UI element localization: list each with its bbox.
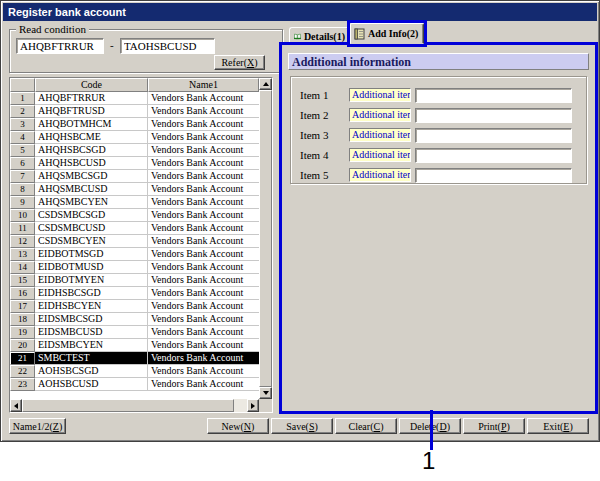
exit-button[interactable]: Exit(E) [527, 418, 589, 434]
table-row[interactable]: 1AHQBFTRRURVendors Bank Account [10, 92, 259, 105]
item-tag-button[interactable]: Additional item2 [349, 108, 411, 122]
row-number-cell[interactable]: 18 [10, 313, 35, 326]
code-cell[interactable]: CSDSMBCUSD [35, 222, 148, 235]
code-cell[interactable]: CSDSMBCSGD [35, 209, 148, 222]
name-cell[interactable]: Vendors Bank Account [148, 170, 259, 183]
code-cell[interactable]: AHQBFTRUSD [35, 105, 148, 118]
read-condition-from-input[interactable] [16, 38, 104, 54]
name-cell[interactable]: Vendors Bank Account [148, 261, 259, 274]
row-number-cell[interactable]: 20 [10, 339, 35, 352]
row-number-cell[interactable]: 17 [10, 300, 35, 313]
code-cell[interactable]: AHQHSBCSGD [35, 144, 148, 157]
item-input-1[interactable] [415, 88, 572, 103]
table-row[interactable]: 21SMBCTESTVendors Bank Account [10, 352, 259, 365]
table-row[interactable]: 23AOHSBCUSDVendors Bank Account [10, 378, 259, 391]
name12-button[interactable]: Name1/2(Z) [9, 418, 66, 434]
name-cell[interactable]: Vendors Bank Account [148, 196, 259, 209]
row-number-cell[interactable]: 16 [10, 287, 35, 300]
name-cell[interactable]: Vendors Bank Account [148, 248, 259, 261]
row-number-cell[interactable]: 22 [10, 365, 35, 378]
name-cell[interactable]: Vendors Bank Account [148, 105, 259, 118]
table-row[interactable]: 15EIDBOTMYENVendors Bank Account [10, 274, 259, 287]
scroll-left-button[interactable] [10, 399, 22, 412]
read-condition-to-input[interactable] [120, 38, 215, 54]
clear-button[interactable]: Clear(C) [335, 418, 397, 434]
code-cell[interactable]: EIDSMBCYEN [35, 339, 148, 352]
item-input-5[interactable] [415, 168, 572, 183]
name-cell[interactable]: Vendors Bank Account [148, 131, 259, 144]
table-row[interactable]: 2AHQBFTRUSDVendors Bank Account [10, 105, 259, 118]
table-row[interactable]: 14EIDBOTMUSDVendors Bank Account [10, 261, 259, 274]
name-cell[interactable]: Vendors Bank Account [148, 183, 259, 196]
row-number-cell[interactable]: 2 [10, 105, 35, 118]
vertical-scrollbar-thumb[interactable] [259, 90, 272, 387]
code-cell[interactable]: CSDSMBCYEN [35, 235, 148, 248]
code-cell[interactable]: EIDSMBCSGD [35, 313, 148, 326]
row-number-cell[interactable]: 12 [10, 235, 35, 248]
code-cell[interactable]: EIDBOTMYEN [35, 274, 148, 287]
item-tag-button[interactable]: Additional item3 [349, 128, 411, 142]
table-row[interactable]: 10CSDSMBCSGDVendors Bank Account [10, 209, 259, 222]
row-number-cell[interactable]: 11 [10, 222, 35, 235]
item-input-3[interactable] [415, 128, 572, 143]
table-row[interactable]: 4AHQHSBCMEVendors Bank Account [10, 131, 259, 144]
name-cell[interactable]: Vendors Bank Account [148, 209, 259, 222]
name-cell[interactable]: Vendors Bank Account [148, 92, 259, 105]
name-cell[interactable]: Vendors Bank Account [148, 352, 259, 365]
item-tag-button[interactable]: Additional item1 [349, 88, 411, 102]
code-cell[interactable]: EIDBOTMUSD [35, 261, 148, 274]
name-cell[interactable]: Vendors Bank Account [148, 300, 259, 313]
table-row[interactable]: 20EIDSMBCYENVendors Bank Account [10, 339, 259, 352]
name-cell[interactable]: Vendors Bank Account [148, 274, 259, 287]
code-cell[interactable]: AHQHSBCUSD [35, 157, 148, 170]
name-cell[interactable]: Vendors Bank Account [148, 157, 259, 170]
row-number-cell[interactable]: 1 [10, 92, 35, 105]
code-cell[interactable]: AHQBFTRRUR [35, 92, 148, 105]
item-tag-button[interactable]: Additional item5 [349, 168, 411, 182]
row-number-cell[interactable]: 10 [10, 209, 35, 222]
row-number-cell[interactable]: 6 [10, 157, 35, 170]
row-number-cell[interactable]: 14 [10, 261, 35, 274]
tab-add-info[interactable]: Add Info(2) [350, 23, 424, 44]
table-row[interactable]: 11CSDSMBCUSDVendors Bank Account [10, 222, 259, 235]
name-cell[interactable]: Vendors Bank Account [148, 313, 259, 326]
row-number-cell[interactable]: 8 [10, 183, 35, 196]
save-button[interactable]: Save(S) [271, 418, 333, 434]
row-number-cell[interactable]: 3 [10, 118, 35, 131]
code-cell[interactable]: AHQSMBCYEN [35, 196, 148, 209]
code-cell[interactable]: SMBCTEST [35, 352, 148, 365]
table-row[interactable]: 22AOHSBCSGDVendors Bank Account [10, 365, 259, 378]
item-input-2[interactable] [415, 108, 572, 123]
code-cell[interactable]: AOHSBCUSD [35, 378, 148, 391]
row-number-cell[interactable]: 21 [10, 352, 35, 365]
name-cell[interactable]: Vendors Bank Account [148, 287, 259, 300]
table-row[interactable]: 5AHQHSBCSGDVendors Bank Account [10, 144, 259, 157]
scroll-up-button[interactable] [259, 78, 272, 90]
table-row[interactable]: 9AHQSMBCYENVendors Bank Account [10, 196, 259, 209]
horizontal-scrollbar[interactable] [10, 399, 259, 412]
name-cell[interactable]: Vendors Bank Account [148, 144, 259, 157]
code-cell[interactable]: AHQSMBCSGD [35, 170, 148, 183]
row-number-cell[interactable]: 4 [10, 131, 35, 144]
table-row[interactable]: 13EIDBOTMSGDVendors Bank Account [10, 248, 259, 261]
row-number-cell[interactable]: 9 [10, 196, 35, 209]
table-row[interactable]: 3AHQBOTMHCMVendors Bank Account [10, 118, 259, 131]
refer-button[interactable]: Refer(X) [214, 55, 265, 70]
row-number-cell[interactable]: 19 [10, 326, 35, 339]
name-cell[interactable]: Vendors Bank Account [148, 326, 259, 339]
item-input-4[interactable] [415, 148, 572, 163]
code-cell[interactable]: AOHSBCSGD [35, 365, 148, 378]
table-row[interactable]: 8AHQSMBCUSDVendors Bank Account [10, 183, 259, 196]
code-cell[interactable]: AHQHSBCME [35, 131, 148, 144]
table-row[interactable]: 16EIDHSBCSGDVendors Bank Account [10, 287, 259, 300]
name-cell[interactable]: Vendors Bank Account [148, 365, 259, 378]
code-cell[interactable]: EIDHSBCSGD [35, 287, 148, 300]
row-number-cell[interactable]: 5 [10, 144, 35, 157]
table-row[interactable]: 6AHQHSBCUSDVendors Bank Account [10, 157, 259, 170]
row-number-cell[interactable]: 7 [10, 170, 35, 183]
table-row[interactable]: 19EIDSMBCUSDVendors Bank Account [10, 326, 259, 339]
item-tag-button[interactable]: Additional item4 [349, 148, 411, 162]
table-row[interactable]: 12CSDSMBCYENVendors Bank Account [10, 235, 259, 248]
code-cell[interactable]: AHQBOTMHCM [35, 118, 148, 131]
print-button[interactable]: Print(P) [463, 418, 525, 434]
